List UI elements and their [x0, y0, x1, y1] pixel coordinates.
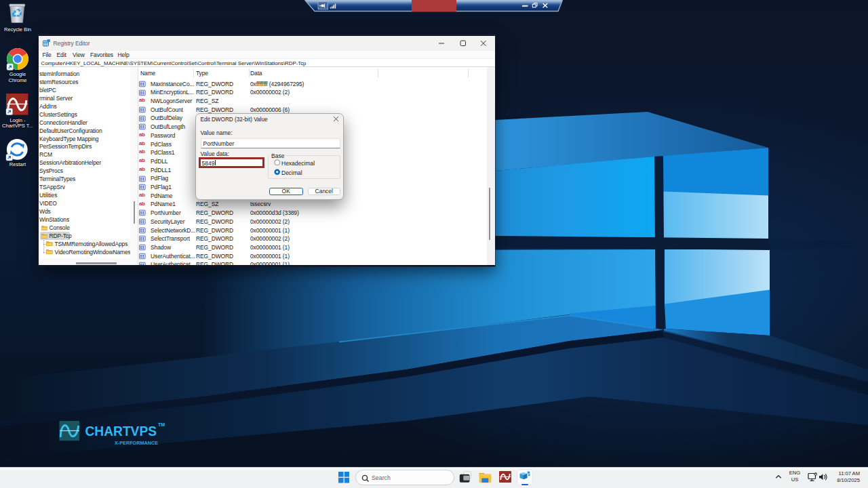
svg-text:X-PERFORMANCE: X-PERFORMANCE: [115, 440, 158, 446]
svg-text:CHARTVPS: CHARTVPS: [85, 424, 157, 439]
svg-text:TM: TM: [158, 422, 165, 427]
